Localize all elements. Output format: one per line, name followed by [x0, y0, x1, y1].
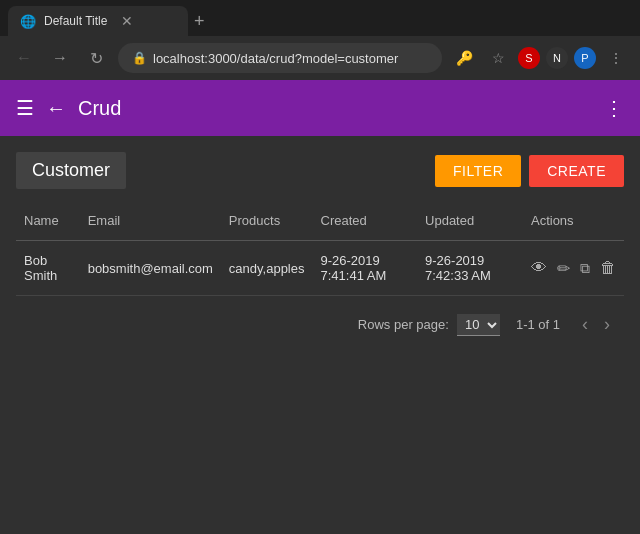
browser-actions: 🔑 ☆ S N P ⋮: [450, 44, 630, 72]
prev-page-button[interactable]: ‹: [576, 312, 594, 337]
star-icon[interactable]: ☆: [484, 44, 512, 72]
filter-button[interactable]: FILTER: [435, 155, 521, 187]
page-navigation: ‹ ›: [576, 312, 616, 337]
back-nav-icon[interactable]: ←: [46, 97, 66, 120]
app-container: ☰ ← Crud ⋮ Customer FILTER CREATE Name E…: [0, 80, 640, 534]
table-actions: FILTER CREATE: [435, 155, 624, 187]
col-created: Created: [313, 205, 418, 241]
address-secure-icon: 🔒: [132, 51, 147, 65]
create-button[interactable]: CREATE: [529, 155, 624, 187]
browser-chrome: 🌐 Default Title ✕ + ← → ↻ 🔒 localhost:30…: [0, 0, 640, 80]
page-info: 1-1 of 1: [516, 317, 560, 332]
rows-per-page-control: Rows per page: 10 25 50: [358, 314, 500, 336]
table-row: Bob Smith bobsmith@email.com candy,apple…: [16, 241, 624, 296]
col-name: Name: [16, 205, 80, 241]
browser-tab[interactable]: 🌐 Default Title ✕: [8, 6, 188, 36]
tab-title: Default Title: [44, 14, 107, 28]
col-updated: Updated: [417, 205, 523, 241]
back-button[interactable]: ←: [10, 44, 38, 72]
browser-toolbar: ← → ↻ 🔒 localhost:3000/data/crud?model=c…: [0, 36, 640, 80]
address-bar[interactable]: 🔒 localhost:3000/data/crud?model=custome…: [118, 43, 442, 73]
profile-icon[interactable]: P: [574, 47, 596, 69]
new-tab-button[interactable]: +: [188, 11, 211, 32]
row-actions: 👁 ✏ ⧉ 🗑: [531, 259, 616, 278]
data-table: Name Email Products Created Updated Acti…: [16, 205, 624, 296]
forward-button[interactable]: →: [46, 44, 74, 72]
cell-updated: 9-26-2019 7:42:33 AM: [417, 241, 523, 296]
table-head: Name Email Products Created Updated Acti…: [16, 205, 624, 241]
extension-icon-red[interactable]: S: [518, 47, 540, 69]
reload-button[interactable]: ↻: [82, 44, 110, 72]
pagination: Rows per page: 10 25 50 1-1 of 1 ‹ ›: [16, 296, 624, 353]
rows-per-page-label: Rows per page:: [358, 317, 449, 332]
table-header: Customer FILTER CREATE: [16, 152, 624, 189]
extensions-menu-button[interactable]: ⋮: [602, 44, 630, 72]
table-header-row: Name Email Products Created Updated Acti…: [16, 205, 624, 241]
rows-per-page-select[interactable]: 10 25 50: [457, 314, 500, 336]
table-body: Bob Smith bobsmith@email.com candy,apple…: [16, 241, 624, 296]
edit-icon[interactable]: ✏: [557, 259, 570, 278]
col-actions: Actions: [523, 205, 624, 241]
cell-actions: 👁 ✏ ⧉ 🗑: [523, 241, 624, 296]
more-options-icon[interactable]: ⋮: [604, 96, 624, 120]
extension-icon-dark[interactable]: N: [546, 47, 568, 69]
delete-icon[interactable]: 🗑: [600, 259, 616, 277]
next-page-button[interactable]: ›: [598, 312, 616, 337]
cell-name: Bob Smith: [16, 241, 80, 296]
view-icon[interactable]: 👁: [531, 259, 547, 277]
url-text: localhost:3000/data/crud?model=customer: [153, 51, 398, 66]
cell-created: 9-26-2019 7:41:41 AM: [313, 241, 418, 296]
menu-icon[interactable]: ☰: [16, 96, 34, 120]
col-products: Products: [221, 205, 313, 241]
cell-products: candy,apples: [221, 241, 313, 296]
app-toolbar: ☰ ← Crud ⋮: [0, 80, 640, 136]
app-title: Crud: [78, 97, 592, 120]
tab-bar: 🌐 Default Title ✕ +: [0, 0, 640, 36]
cell-email: bobsmith@email.com: [80, 241, 221, 296]
key-icon[interactable]: 🔑: [450, 44, 478, 72]
col-email: Email: [80, 205, 221, 241]
main-content: Customer FILTER CREATE Name Email Produc…: [0, 136, 640, 369]
tab-close-icon[interactable]: ✕: [121, 13, 133, 29]
section-title: Customer: [16, 152, 126, 189]
copy-icon[interactable]: ⧉: [580, 260, 590, 277]
